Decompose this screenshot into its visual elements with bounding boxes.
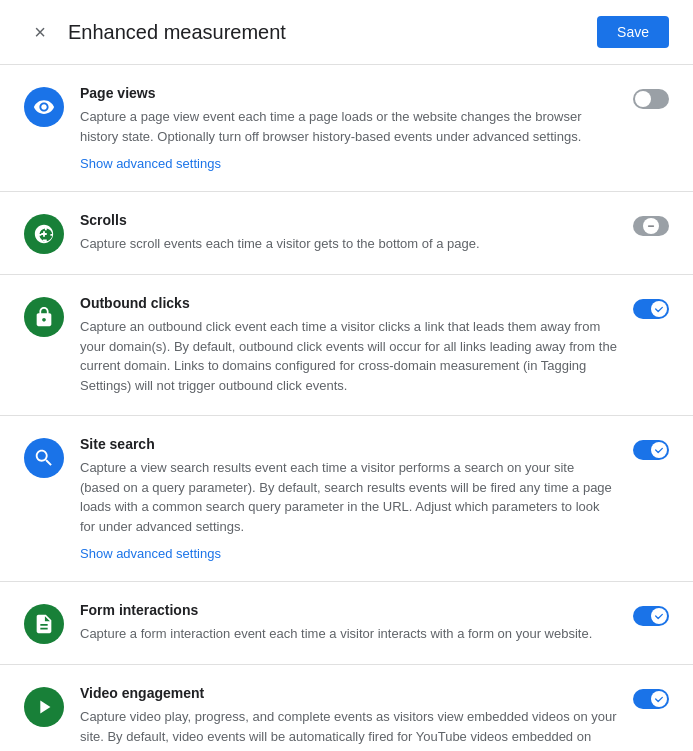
setting-item-form-interactions: Form interactions Capture a form interac… (0, 582, 693, 665)
toggle-form-interactions[interactable] (633, 606, 669, 626)
setting-content-scrolls: Scrolls Capture scroll events each time … (80, 212, 617, 254)
setting-icon-outbound-clicks (24, 297, 64, 337)
setting-icon-site-search (24, 438, 64, 478)
toggle-track (633, 89, 669, 109)
close-icon: × (34, 21, 46, 44)
toggle-track (633, 689, 669, 709)
setting-title-scrolls: Scrolls (80, 212, 617, 228)
toggle-thumb (643, 218, 659, 234)
toggle-track (633, 606, 669, 626)
setting-desc-scrolls: Capture scroll events each time a visito… (80, 234, 617, 254)
toggle-site-search[interactable] (633, 440, 669, 460)
setting-desc-page-views: Capture a page view event each time a pa… (80, 107, 617, 146)
setting-desc-text: Capture an outbound click event each tim… (80, 319, 617, 393)
setting-title-page-views: Page views (80, 85, 617, 101)
settings-list: Page views Capture a page view event eac… (0, 65, 693, 751)
setting-content-site-search: Site search Capture a view search result… (80, 436, 617, 561)
setting-desc-video-engagement: Capture video play, progress, and comple… (80, 707, 617, 751)
toggle-scrolls[interactable] (633, 216, 669, 236)
setting-item-video-engagement: Video engagement Capture video play, pro… (0, 665, 693, 751)
page-title: Enhanced measurement (68, 21, 286, 44)
setting-item-outbound-clicks: Outbound clicks Capture an outbound clic… (0, 275, 693, 416)
setting-icon-scrolls (24, 214, 64, 254)
toggle-thumb (651, 691, 667, 707)
setting-content-outbound-clicks: Outbound clicks Capture an outbound clic… (80, 295, 617, 395)
setting-desc-outbound-clicks: Capture an outbound click event each tim… (80, 317, 617, 395)
toggle-thumb (651, 442, 667, 458)
setting-content-video-engagement: Video engagement Capture video play, pro… (80, 685, 617, 751)
save-button[interactable]: Save (597, 16, 669, 48)
toggle-track (633, 216, 669, 236)
setting-icon-page-views (24, 87, 64, 127)
setting-item-scrolls: Scrolls Capture scroll events each time … (0, 192, 693, 275)
setting-desc-text: Capture video play, progress, and comple… (80, 709, 617, 751)
toggle-video-engagement[interactable] (633, 689, 669, 709)
toggle-page-views[interactable] (633, 89, 669, 109)
close-button[interactable]: × (24, 16, 56, 48)
setting-content-form-interactions: Form interactions Capture a form interac… (80, 602, 617, 644)
setting-desc-text: Capture a form interaction event each ti… (80, 626, 592, 641)
setting-desc-form-interactions: Capture a form interaction event each ti… (80, 624, 617, 644)
header: × Enhanced measurement Save (0, 0, 693, 65)
header-left: × Enhanced measurement (24, 16, 286, 48)
show-advanced-link-site-search[interactable]: Show advanced settings (80, 546, 221, 561)
show-advanced-link-page-views[interactable]: Show advanced settings (80, 156, 221, 171)
toggle-track (633, 299, 669, 319)
toggle-thumb (635, 91, 651, 107)
setting-title-outbound-clicks: Outbound clicks (80, 295, 617, 311)
toggle-thumb (651, 301, 667, 317)
setting-title-site-search: Site search (80, 436, 617, 452)
setting-content-page-views: Page views Capture a page view event eac… (80, 85, 617, 171)
setting-icon-form-interactions (24, 604, 64, 644)
toggle-outbound-clicks[interactable] (633, 299, 669, 319)
toggle-track (633, 440, 669, 460)
setting-title-video-engagement: Video engagement (80, 685, 617, 701)
setting-desc-text: Capture a view search results event each… (80, 460, 612, 534)
setting-desc-site-search: Capture a view search results event each… (80, 458, 617, 536)
setting-title-form-interactions: Form interactions (80, 602, 617, 618)
setting-item-site-search: Site search Capture a view search result… (0, 416, 693, 582)
setting-icon-video-engagement (24, 687, 64, 727)
toggle-thumb (651, 608, 667, 624)
setting-desc-text: Capture scroll events each time a visito… (80, 236, 480, 251)
setting-item-page-views: Page views Capture a page view event eac… (0, 65, 693, 192)
setting-desc-text: Capture a page view event each time a pa… (80, 109, 582, 144)
